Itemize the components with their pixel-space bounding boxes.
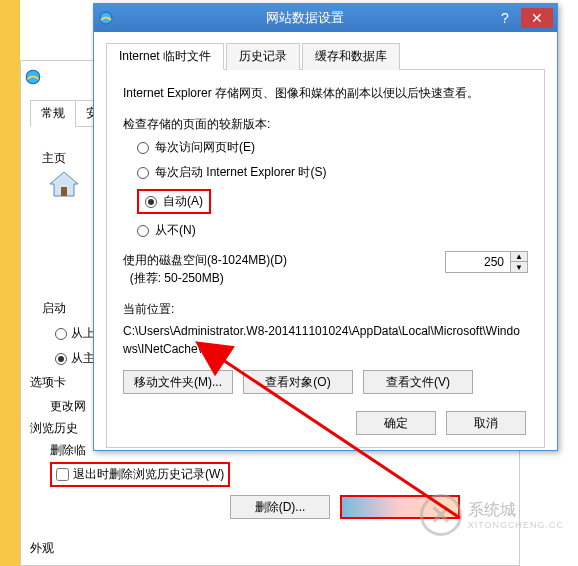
- watermark: ✕ 系统城 XITONGCHENG.CC: [420, 494, 564, 536]
- underlying-history-text: 删除临: [50, 442, 86, 459]
- underlying-history-label: 浏览历史: [30, 420, 78, 437]
- watermark-brand: 系统城: [468, 500, 564, 519]
- ok-button[interactable]: 确定: [356, 411, 436, 435]
- background-stripe: [0, 0, 20, 566]
- exit-delete-label: 退出时删除浏览历史记录(W): [73, 466, 224, 483]
- tab-history[interactable]: 历史记录: [226, 43, 300, 70]
- radio-icon: [145, 196, 157, 208]
- underlying-radio-last[interactable]: 从上: [55, 325, 95, 342]
- watermark-logo-icon: ✕: [420, 494, 462, 536]
- radio-every-visit-label: 每次访问网页时(E): [155, 139, 255, 156]
- close-button[interactable]: ✕: [521, 8, 553, 28]
- radio-every-start-label: 每次启动 Internet Explorer 时(S): [155, 164, 326, 181]
- watermark-url: XITONGCHENG.CC: [468, 520, 564, 530]
- disk-space-input[interactable]: [446, 252, 510, 272]
- view-objects-button[interactable]: 查看对象(O): [243, 370, 353, 394]
- svg-rect-1: [61, 187, 67, 196]
- folder-buttons-row: 移动文件夹(M)... 查看对象(O) 查看文件(V): [123, 370, 528, 394]
- spinner-up-icon[interactable]: ▲: [511, 252, 527, 262]
- exit-delete-checkbox[interactable]: [56, 468, 69, 481]
- underlying-boot-label: 启动: [42, 300, 66, 317]
- dialog-title: 网站数据设置: [120, 9, 489, 27]
- underlying-exit-delete-checkbox-row[interactable]: 退出时删除浏览历史记录(W): [50, 462, 230, 487]
- disk-space-row: 使用的磁盘空间(8-1024MB)(D) (推荐: 50-250MB) ▲ ▼: [123, 251, 528, 287]
- radio-every-start[interactable]: 每次启动 Internet Explorer 时(S): [137, 164, 528, 181]
- website-data-settings-dialog: 网站数据设置 ? ✕ Internet 临时文件 历史记录 缓存和数据库 Int…: [93, 3, 558, 451]
- disk-space-spinner: ▲ ▼: [510, 252, 527, 272]
- disk-space-input-wrap: ▲ ▼: [445, 251, 528, 273]
- dialog-titlebar: 网站数据设置 ? ✕: [94, 4, 557, 32]
- tab-temp-files[interactable]: Internet 临时文件: [106, 43, 224, 70]
- radio-never[interactable]: 从不(N): [137, 222, 528, 239]
- check-newer-radio-group: 每次访问网页时(E) 每次启动 Internet Explorer 时(S) 自…: [137, 139, 528, 239]
- disk-label-sub: (推荐: 50-250MB): [130, 271, 224, 285]
- tab-panel: Internet Explorer 存储网页、图像和媒体的副本以便以后快速查看。…: [106, 70, 545, 448]
- check-newer-label: 检查存储的页面的较新版本:: [123, 116, 528, 133]
- view-files-button[interactable]: 查看文件(V): [363, 370, 473, 394]
- dialog-tabstrip: Internet 临时文件 历史记录 缓存和数据库: [106, 42, 545, 70]
- underlying-tabcard-text: 更改网: [50, 398, 86, 415]
- underlying-tab-general[interactable]: 常规: [30, 100, 76, 127]
- home-icon: [48, 170, 80, 198]
- underlying-appearance-label: 外观: [30, 540, 54, 557]
- radio-icon: [137, 167, 149, 179]
- move-folder-button[interactable]: 移动文件夹(M)...: [123, 370, 233, 394]
- ie-small-icon: [24, 68, 42, 86]
- underlying-home-label: 主页: [42, 150, 66, 167]
- current-location-path: C:\Users\Administrator.W8-201411101024\A…: [123, 322, 528, 358]
- current-location-label: 当前位置:: [123, 301, 528, 318]
- radio-icon: [137, 225, 149, 237]
- radio-every-visit[interactable]: 每次访问网页时(E): [137, 139, 528, 156]
- dialog-icon: [98, 10, 114, 26]
- help-button[interactable]: ?: [489, 8, 521, 28]
- spinner-down-icon[interactable]: ▼: [511, 262, 527, 272]
- panel-description: Internet Explorer 存储网页、图像和媒体的副本以便以后快速查看。: [123, 84, 528, 102]
- underlying-radio-last-label: 从上: [71, 325, 95, 342]
- dialog-action-buttons: 确定 取消: [356, 411, 526, 435]
- disk-label-main: 使用的磁盘空间(8-1024MB)(D): [123, 253, 287, 267]
- radio-auto-label: 自动(A): [163, 193, 203, 210]
- underlying-radio-home-label: 从主: [71, 350, 95, 367]
- underlying-radio-home[interactable]: 从主: [55, 350, 95, 367]
- radio-never-label: 从不(N): [155, 222, 196, 239]
- radio-icon: [137, 142, 149, 154]
- radio-auto[interactable]: 自动(A): [145, 193, 203, 210]
- tab-cache-db[interactable]: 缓存和数据库: [302, 43, 400, 70]
- underlying-tabcard-label: 选项卡: [30, 374, 66, 391]
- disk-space-label: 使用的磁盘空间(8-1024MB)(D) (推荐: 50-250MB): [123, 251, 445, 287]
- radio-auto-highlight: 自动(A): [137, 189, 211, 214]
- cancel-button[interactable]: 取消: [446, 411, 526, 435]
- underlying-delete-button[interactable]: 删除(D)...: [230, 495, 330, 519]
